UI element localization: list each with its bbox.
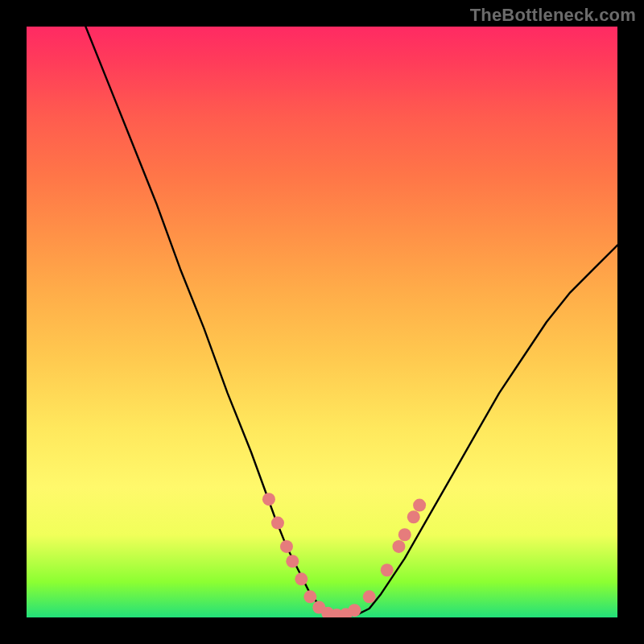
highlight-dot xyxy=(392,540,405,553)
highlight-dot xyxy=(295,572,308,585)
highlight-dot xyxy=(381,564,394,576)
highlight-dot xyxy=(286,555,299,568)
highlight-dots-group xyxy=(262,493,426,617)
highlight-dot xyxy=(262,493,275,506)
highlight-dot xyxy=(398,528,411,541)
outer-frame: TheBottleneck.com xyxy=(0,0,644,644)
highlight-dot xyxy=(303,590,316,603)
bottleneck-curve xyxy=(85,27,617,616)
watermark-text: TheBottleneck.com xyxy=(470,5,636,26)
highlight-dot xyxy=(363,590,376,603)
highlight-dot xyxy=(280,540,293,553)
plot-area xyxy=(27,27,617,617)
highlight-dot xyxy=(348,604,361,617)
plot-svg xyxy=(27,27,617,617)
highlight-dot xyxy=(407,510,420,523)
highlight-dot xyxy=(271,517,284,530)
highlight-dot xyxy=(413,499,426,512)
